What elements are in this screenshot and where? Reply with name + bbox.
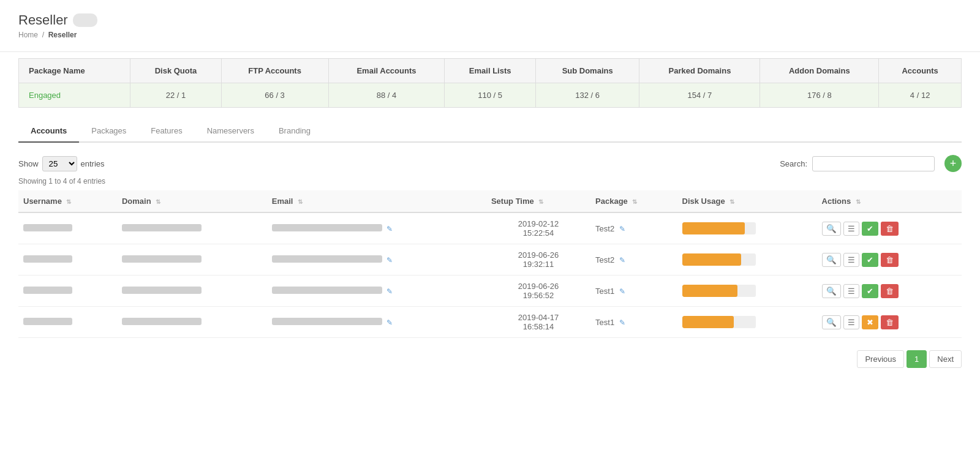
sort-setup-icon[interactable]: ⇅: [538, 198, 543, 205]
action-search-button[interactable]: 🔍: [822, 315, 841, 329]
cell-actions: 🔍 ☰ ✔ 🗑: [817, 276, 962, 307]
action-buttons: 🔍 ☰ ✖ 🗑: [822, 315, 957, 329]
col-email-lists: Email Lists: [445, 59, 535, 83]
col-addon-domains: Addon Domains: [760, 59, 879, 83]
table-row: ✎2019-06-26 19:32:11Test2 ✎ 🔍 ☰ ✔ 🗑: [18, 244, 962, 276]
sort-domain-icon[interactable]: ⇅: [156, 198, 160, 205]
action-list-button[interactable]: ☰: [843, 315, 859, 329]
action-search-button[interactable]: 🔍: [822, 222, 841, 236]
cell-disk-usage: [677, 212, 817, 244]
previous-button[interactable]: Previous: [857, 350, 904, 368]
edit-package-icon[interactable]: ✎: [619, 287, 625, 296]
cell-username: [18, 212, 117, 244]
sort-disk-icon[interactable]: ⇅: [729, 198, 734, 205]
action-list-button[interactable]: ☰: [843, 284, 859, 298]
showing-info: Showing 1 to 4 of 4 entries: [18, 177, 962, 186]
edit-email-icon[interactable]: ✎: [386, 225, 393, 233]
edit-package-icon[interactable]: ✎: [619, 318, 625, 327]
pagination: Previous 1 Next: [18, 350, 962, 380]
action-check-button[interactable]: ✔: [862, 222, 878, 236]
summary-table: Package Name Disk Quota FTP Accounts Ema…: [18, 58, 962, 108]
cell-package: Test2 ✎: [590, 244, 677, 276]
col-ftp-accounts: FTP Accounts: [221, 59, 328, 83]
action-check-button[interactable]: ✔: [862, 253, 878, 267]
domain-blurred: [122, 287, 202, 294]
sort-actions-icon[interactable]: ⇅: [856, 198, 861, 205]
th-actions: Actions ⇅: [817, 190, 962, 212]
header-divider: [0, 51, 980, 52]
action-list-button[interactable]: ☰: [843, 222, 859, 236]
action-delete-button[interactable]: 🗑: [881, 284, 899, 298]
action-buttons: 🔍 ☰ ✔ 🗑: [822, 284, 957, 298]
action-list-button[interactable]: ☰: [843, 253, 859, 267]
edit-package-icon[interactable]: ✎: [619, 256, 625, 264]
cell-email: ✎: [267, 276, 486, 307]
logo-icon: [73, 13, 97, 27]
cell-username: [18, 276, 117, 307]
username-blurred: [23, 287, 72, 294]
sort-username-icon[interactable]: ⇅: [66, 198, 71, 205]
col-accounts: Accounts: [879, 59, 962, 83]
tabs-container: Accounts Packages Features Nameservers B…: [18, 120, 962, 143]
cell-actions: 🔍 ☰ ✔ 🗑: [817, 244, 962, 276]
th-setup-time: Setup Time ⇅: [486, 190, 590, 212]
summary-row: Engaged 22 / 1 66 / 3 88 / 4 110 / 5 132…: [19, 83, 962, 108]
summary-package-name: Engaged: [19, 83, 130, 108]
cell-package: Test1 ✎: [590, 307, 677, 338]
next-button[interactable]: Next: [929, 350, 962, 368]
summary-parked-domains: 154 / 7: [639, 83, 760, 108]
disk-bar: [682, 285, 737, 297]
action-check-button[interactable]: ✔: [862, 284, 878, 298]
disk-bar-container: [682, 285, 756, 297]
summary-email-lists: 110 / 5: [445, 83, 535, 108]
th-disk-usage: Disk Usage ⇅: [677, 190, 817, 212]
edit-email-icon[interactable]: ✎: [386, 256, 393, 264]
search-input[interactable]: [812, 156, 935, 171]
tab-nameservers[interactable]: Nameservers: [195, 120, 266, 143]
tab-features[interactable]: Features: [138, 120, 194, 143]
tab-packages[interactable]: Packages: [79, 120, 138, 143]
cell-package: Test1 ✎: [590, 276, 677, 307]
sort-email-icon[interactable]: ⇅: [298, 198, 303, 205]
username-blurred: [23, 224, 72, 231]
action-delete-button[interactable]: 🗑: [881, 253, 899, 267]
action-delete-button[interactable]: 🗑: [881, 315, 899, 329]
summary-email-accounts: 88 / 4: [328, 83, 445, 108]
action-search-button[interactable]: 🔍: [822, 253, 841, 267]
breadcrumb-current: Reseller: [48, 31, 77, 39]
search-label: Search:: [780, 159, 807, 168]
main-content: Package Name Disk Quota FTP Accounts Ema…: [0, 58, 980, 380]
tab-branding[interactable]: Branding: [266, 120, 323, 143]
cell-disk-usage: [677, 244, 817, 276]
edit-email-icon[interactable]: ✎: [386, 318, 393, 327]
cell-disk-usage: [677, 307, 817, 338]
page-1-button[interactable]: 1: [907, 350, 927, 368]
table-row: ✎2019-06-26 19:56:52Test1 ✎ 🔍 ☰ ✔ 🗑: [18, 276, 962, 307]
accounts-table: Username ⇅ Domain ⇅ Email ⇅ Setup Time ⇅…: [18, 190, 962, 338]
cell-setup-time: 2019-06-26 19:32:11: [486, 244, 590, 276]
cell-email: ✎: [267, 307, 486, 338]
col-sub-domains: Sub Domains: [535, 59, 639, 83]
breadcrumb-home[interactable]: Home: [18, 31, 38, 39]
email-blurred: [272, 287, 382, 294]
cell-username: [18, 244, 117, 276]
breadcrumb: Home / Reseller: [18, 31, 962, 39]
entries-select[interactable]: 25 10 50 100: [42, 156, 77, 171]
disk-bar-container: [682, 316, 756, 328]
cell-setup-time: 2019-02-12 15:22:54: [486, 212, 590, 244]
action-delete-button[interactable]: 🗑: [881, 222, 899, 236]
disk-bar-container: [682, 222, 756, 234]
action-warning-button[interactable]: ✖: [862, 315, 878, 329]
tab-accounts[interactable]: Accounts: [18, 120, 79, 143]
add-account-button[interactable]: +: [944, 155, 962, 172]
th-username: Username ⇅: [18, 190, 117, 212]
cell-package: Test2 ✎: [590, 212, 677, 244]
show-entries: Show 25 10 50 100 entries: [18, 156, 105, 171]
cell-disk-usage: [677, 276, 817, 307]
sort-package-icon[interactable]: ⇅: [632, 198, 637, 205]
cell-email: ✎: [267, 212, 486, 244]
edit-package-icon[interactable]: ✎: [619, 225, 625, 233]
cell-domain: [117, 307, 267, 338]
action-search-button[interactable]: 🔍: [822, 284, 841, 298]
edit-email-icon[interactable]: ✎: [386, 287, 393, 296]
